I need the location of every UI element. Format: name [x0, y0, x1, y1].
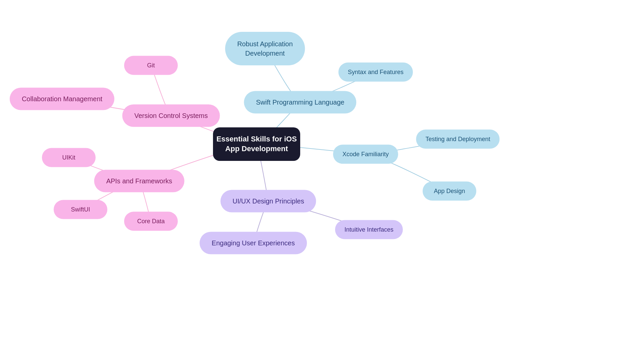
uikit-label: UIKit — [62, 154, 75, 161]
swift-programming-label: Swift Programming Language — [256, 99, 344, 106]
testing-deployment-node[interactable]: Testing and Deployment — [416, 130, 499, 149]
center-label: Essential Skills for iOS App Development — [213, 134, 300, 154]
version-control-node[interactable]: Version Control Systems — [122, 105, 220, 127]
xcode-familiarity-label: Xcode Familiarity — [342, 151, 389, 158]
git-label: Git — [147, 62, 155, 69]
core-data-node[interactable]: Core Data — [124, 212, 178, 231]
swift-programming-node[interactable]: Swift Programming Language — [244, 91, 356, 114]
uiux-design-node[interactable]: UI/UX Design Principles — [220, 190, 316, 213]
testing-deployment-label: Testing and Deployment — [425, 136, 490, 143]
swiftui-node[interactable]: SwiftUI — [54, 200, 107, 219]
center-node[interactable]: Essential Skills for iOS App Development — [213, 127, 300, 161]
uikit-node[interactable]: UIKit — [42, 148, 96, 167]
xcode-familiarity-node[interactable]: Xcode Familiarity — [333, 145, 398, 164]
app-design-label: App Design — [434, 188, 465, 195]
intuitive-interfaces-label: Intuitive Interfaces — [344, 226, 393, 233]
syntax-features-node[interactable]: Syntax and Features — [338, 63, 413, 82]
robust-app-dev-label: Robust Application Development — [237, 39, 293, 58]
swiftui-label: SwiftUI — [71, 206, 90, 213]
app-design-node[interactable]: App Design — [423, 182, 476, 201]
uiux-design-label: UI/UX Design Principles — [232, 197, 304, 205]
engaging-user-node[interactable]: Engaging User Experiences — [200, 232, 307, 254]
collaboration-mgmt-label: Collaboration Management — [22, 95, 102, 103]
git-node[interactable]: Git — [124, 56, 178, 75]
version-control-label: Version Control Systems — [135, 112, 208, 120]
syntax-features-label: Syntax and Features — [348, 69, 404, 76]
engaging-user-label: Engaging User Experiences — [212, 239, 295, 247]
apis-frameworks-label: APIs and Frameworks — [106, 177, 172, 185]
robust-app-dev-node[interactable]: Robust Application Development — [225, 32, 305, 65]
apis-frameworks-node[interactable]: APIs and Frameworks — [94, 170, 184, 192]
core-data-label: Core Data — [137, 218, 165, 225]
collaboration-mgmt-node[interactable]: Collaboration Management — [10, 88, 114, 110]
intuitive-interfaces-node[interactable]: Intuitive Interfaces — [335, 220, 403, 239]
